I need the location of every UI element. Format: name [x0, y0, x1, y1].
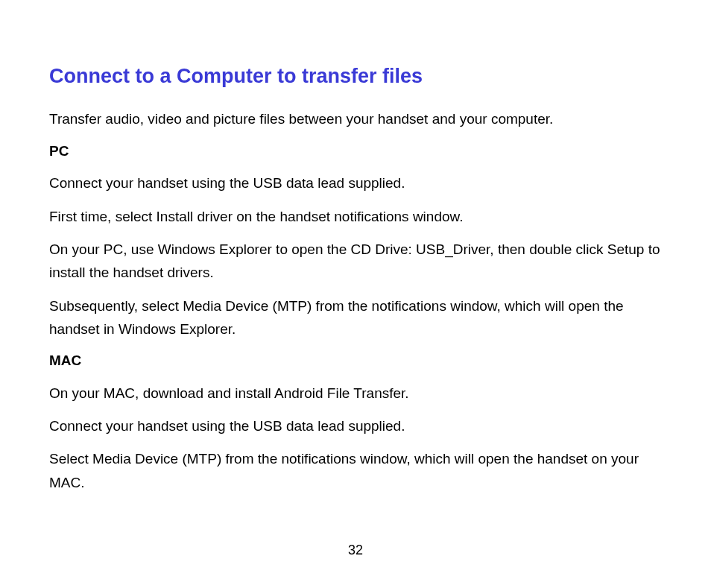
mac-paragraph: Connect your handset using the USB data … [49, 414, 662, 437]
intro-paragraph: Transfer audio, video and picture files … [49, 107, 662, 130]
page-number: 32 [0, 543, 711, 558]
mac-paragraph: On your MAC, download and install Androi… [49, 382, 662, 405]
mac-paragraph: Select Media Device (MTP) from the notif… [49, 447, 662, 494]
document-page: Connect to a Computer to transfer files … [0, 0, 711, 588]
pc-paragraph: Subsequently, select Media Device (MTP) … [49, 294, 662, 341]
mac-subheading: MAC [49, 350, 662, 372]
pc-subheading: PC [49, 141, 662, 162]
pc-paragraph: First time, select Install driver on the… [49, 205, 662, 228]
pc-paragraph: On your PC, use Windows Explorer to open… [49, 238, 662, 285]
pc-paragraph: Connect your handset using the USB data … [49, 171, 662, 195]
page-title: Connect to a Computer to transfer files [49, 64, 662, 88]
